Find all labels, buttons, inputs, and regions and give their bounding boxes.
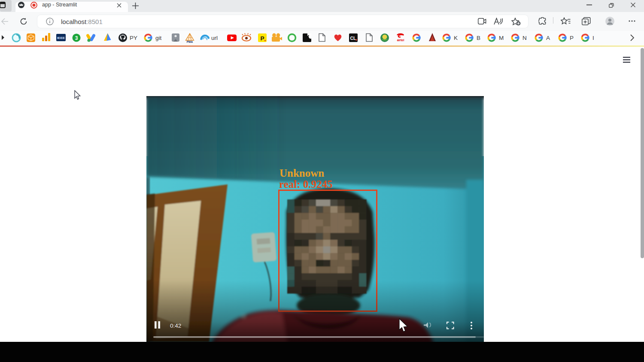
svg-text:git: git [155,35,162,41]
svg-text:M: M [499,35,504,41]
svg-text:url: url [211,35,218,41]
svg-text:Unknown: Unknown [279,167,324,179]
svg-text:0:42: 0:42 [170,323,181,329]
svg-text:real: 0.9245: real: 0.9245 [279,178,333,190]
svg-text:K: K [454,35,458,41]
svg-text:I: I [592,35,594,41]
svg-text:3: 3 [75,35,78,41]
svg-text:N: N [522,35,527,41]
svg-text:P: P [260,35,264,42]
svg-text:CL: CL [350,36,357,41]
svg-text:IEEE: IEEE [57,36,65,40]
svg-text:airtel: airtel [397,39,404,42]
svg-text:PMA: PMA [187,40,193,43]
svg-text:B: B [477,35,480,41]
svg-text:A: A [546,35,550,41]
svg-text:PY: PY [130,35,137,41]
svg-text:P: P [570,35,574,41]
